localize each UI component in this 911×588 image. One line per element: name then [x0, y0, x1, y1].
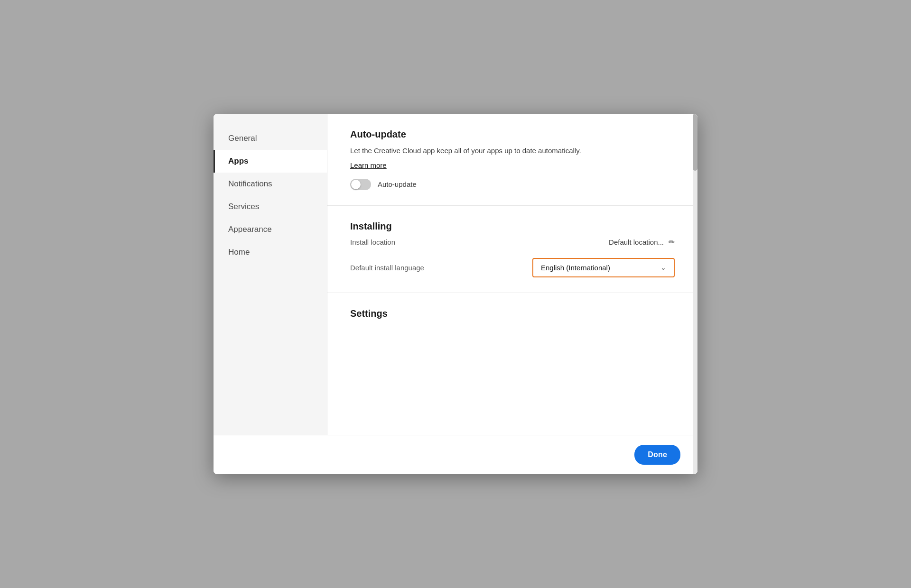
- chevron-down-icon: ⌄: [660, 264, 666, 271]
- auto-update-toggle[interactable]: [350, 179, 371, 190]
- install-location-label: Install location: [350, 238, 395, 246]
- sidebar-item-appearance[interactable]: Appearance: [214, 218, 327, 241]
- settings-title: Settings: [350, 308, 675, 319]
- language-value: English (International): [541, 264, 610, 272]
- sidebar-item-services[interactable]: Services: [214, 195, 327, 218]
- installing-section: Installing Install location Default loca…: [327, 206, 697, 293]
- scrollbar-track[interactable]: [693, 114, 697, 474]
- auto-update-description: Let the Creative Cloud app keep all of y…: [350, 146, 675, 156]
- auto-update-section: Auto-update Let the Creative Cloud app k…: [327, 114, 697, 206]
- sidebar-item-general[interactable]: General: [214, 127, 327, 150]
- install-location-value-group: Default location... ✏: [609, 238, 675, 247]
- sidebar: General Apps Notifications Services Appe…: [214, 114, 327, 435]
- dialog-body: General Apps Notifications Services Appe…: [214, 114, 697, 435]
- installing-title: Installing: [350, 221, 675, 232]
- main-content: Auto-update Let the Creative Cloud app k…: [327, 114, 697, 435]
- done-button[interactable]: Done: [634, 445, 680, 465]
- edit-icon[interactable]: ✏: [669, 238, 675, 247]
- auto-update-toggle-label: Auto-update: [378, 180, 417, 188]
- sidebar-item-home[interactable]: Home: [214, 241, 327, 264]
- auto-update-title: Auto-update: [350, 129, 675, 140]
- default-language-label: Default install language: [350, 264, 424, 272]
- language-dropdown[interactable]: English (International) ⌄: [532, 258, 675, 277]
- sidebar-item-apps[interactable]: Apps: [214, 150, 327, 173]
- learn-more-link[interactable]: Learn more: [350, 161, 387, 169]
- auto-update-toggle-row: Auto-update: [350, 179, 675, 190]
- scrollbar-thumb[interactable]: [693, 114, 697, 171]
- toggle-knob: [351, 180, 361, 189]
- settings-section: Settings: [327, 293, 697, 340]
- install-location-row: Install location Default location... ✏: [350, 238, 675, 247]
- sidebar-item-notifications[interactable]: Notifications: [214, 173, 327, 195]
- default-language-row: Default install language English (Intern…: [350, 258, 675, 277]
- dialog-footer: Done: [214, 435, 697, 474]
- install-location-value: Default location...: [609, 238, 664, 246]
- settings-dialog: General Apps Notifications Services Appe…: [214, 114, 697, 474]
- page-background: General Apps Notifications Services Appe…: [0, 0, 911, 588]
